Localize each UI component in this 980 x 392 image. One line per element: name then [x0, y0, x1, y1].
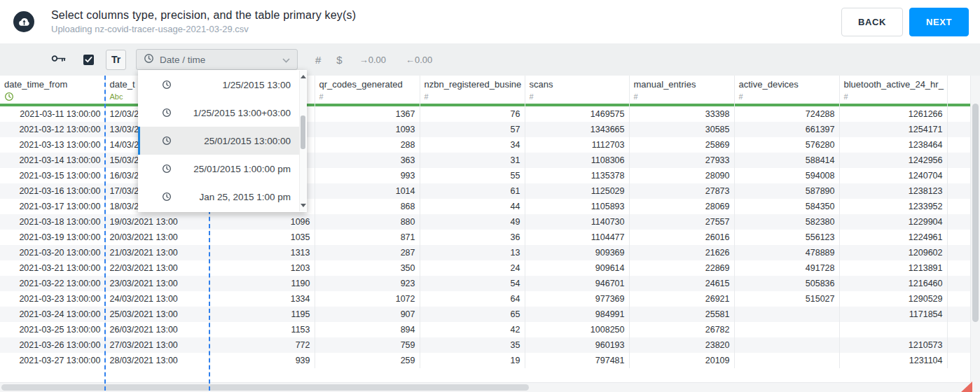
- table-cell: 25581: [629, 307, 734, 322]
- include-column-checkbox[interactable]: [83, 55, 94, 65]
- table-cell: 1093: [315, 122, 420, 137]
- table-cell: 1125029: [525, 183, 629, 199]
- column-header[interactable]: active_devices#: [734, 76, 839, 106]
- table-cell: 909614: [525, 260, 629, 276]
- scroll-up-icon[interactable]: [301, 75, 306, 78]
- vertical-scroll-thumb[interactable]: [972, 104, 979, 322]
- column-header[interactable]: qr_codes_generated#: [315, 76, 420, 106]
- table-cell: 21/03/2021 13:00: [105, 245, 209, 260]
- table-cell: 1104477: [525, 230, 629, 245]
- table-cell: 55: [420, 168, 525, 183]
- table-cell: 2021-03-22 13:00:00: [0, 276, 105, 291]
- type-select-dropdown[interactable]: Date / time: [136, 49, 298, 70]
- clock-icon: [162, 108, 172, 118]
- table-cell: 42: [420, 322, 525, 337]
- table-cell: 2021-03-26 13:00:00: [0, 337, 105, 353]
- table-cell: 515027: [734, 291, 839, 307]
- table-cell: 24/03/2021 13:00: [105, 291, 209, 307]
- column-name: nzbn_registered_busine: [425, 79, 520, 90]
- table-cell: 21626: [629, 245, 734, 260]
- table-row: 2021-03-19 13:00:0020/03/2021 13:0010358…: [0, 230, 980, 245]
- horizontal-scroll-thumb[interactable]: [1, 384, 529, 391]
- grid-area: date_time_fromdate_tAbcqr_codes_generate…: [0, 76, 980, 392]
- column-header[interactable]: manual_entries#: [629, 76, 734, 106]
- table-cell: 1035: [209, 230, 315, 245]
- upload-cloud-icon: [13, 11, 34, 32]
- table-cell: 23820: [629, 337, 734, 353]
- quality-bar: [525, 104, 629, 106]
- table-cell: 880: [315, 214, 420, 230]
- table-cell: 1231104: [839, 353, 947, 368]
- table-cell: 556123: [734, 230, 839, 245]
- key-icon: [51, 54, 66, 65]
- column-header[interactable]: bluetooth_active_24_hr_#: [839, 76, 947, 106]
- table-cell: 61: [420, 183, 525, 199]
- scroll-down-icon[interactable]: [301, 204, 306, 207]
- table-cell: 19/03/2021 13:00: [105, 214, 209, 230]
- table-cell: 1240704: [839, 168, 947, 183]
- format-option[interactable]: 25/01/2015 1:00:00 pm: [138, 155, 299, 183]
- column-header[interactable]: date_time_from: [0, 76, 105, 106]
- table-cell: 1014: [315, 183, 420, 199]
- table-cell: 946701: [525, 276, 629, 291]
- next-button[interactable]: NEXT: [909, 8, 969, 36]
- format-option[interactable]: 1/25/2015 13:00+03:00: [138, 99, 299, 127]
- table-row: 2021-03-25 13:00:0026/03/2021 13:0011538…: [0, 322, 980, 337]
- table-cell: 26/03/2021 13:00: [105, 322, 209, 337]
- primary-key-button[interactable]: [51, 54, 66, 65]
- table-cell: 44: [420, 199, 525, 214]
- table-cell: [734, 353, 839, 368]
- table-cell: 907: [315, 307, 420, 322]
- type-select-value: Date / time: [160, 55, 205, 65]
- number-type-button[interactable]: #: [315, 54, 321, 66]
- table-cell: 772: [209, 337, 315, 353]
- menu-scrollbar[interactable]: [299, 71, 306, 211]
- column-header[interactable]: scans#: [525, 76, 629, 106]
- table-cell: 28/03/2021 13:00: [105, 353, 209, 368]
- table-cell: [839, 322, 947, 337]
- table-cell: 1238464: [839, 137, 947, 153]
- horizontal-scrollbar[interactable]: [0, 382, 970, 392]
- table-cell: 582380: [734, 214, 839, 230]
- table-cell: 977369: [525, 291, 629, 307]
- format-option[interactable]: 1/25/2015 13:00: [138, 71, 299, 99]
- format-option[interactable]: 25/01/2015 13:00:00: [138, 127, 299, 155]
- format-option[interactable]: Jan 25, 2015 1:00 pm: [138, 183, 299, 211]
- table-cell: 33398: [629, 106, 734, 122]
- back-button[interactable]: BACK: [841, 8, 903, 36]
- table-cell: 30585: [629, 122, 734, 137]
- table-cell: 587890: [734, 183, 839, 199]
- top-header: Select columns type, precision, and the …: [0, 0, 980, 43]
- table-cell: 28090: [629, 168, 734, 183]
- table-cell: 1105893: [525, 199, 629, 214]
- table-cell: 2021-03-24 13:00:00: [0, 307, 105, 322]
- table-cell: 1108306: [525, 153, 629, 168]
- format-option-label: 25/01/2015 1:00:00 pm: [193, 164, 291, 174]
- table-cell: 35: [420, 337, 525, 353]
- table-cell: 1216460: [839, 276, 947, 291]
- table-cell: 1171854: [839, 307, 947, 322]
- table-cell: 1261266: [839, 106, 947, 122]
- table-cell: 2021-03-25 13:00:00: [0, 322, 105, 337]
- table-cell: 25/03/2021 13:00: [105, 307, 209, 322]
- table-cell: 363: [315, 153, 420, 168]
- increase-decimal-button[interactable]: →0.00: [359, 55, 386, 65]
- table-cell: 26016: [629, 230, 734, 245]
- text-type-button[interactable]: Tr: [106, 50, 126, 70]
- table-cell: 64: [420, 291, 525, 307]
- column-header[interactable]: nzbn_registered_busine#: [420, 76, 525, 106]
- decrease-decimal-button[interactable]: ←0.00: [406, 55, 432, 65]
- table-cell: 27873: [629, 183, 734, 199]
- menu-scroll-thumb[interactable]: [301, 115, 305, 149]
- table-cell: 909369: [525, 245, 629, 260]
- vertical-scrollbar[interactable]: [970, 76, 980, 382]
- table-cell: 26921: [629, 291, 734, 307]
- table-cell: 27/03/2021 13:00: [105, 337, 209, 353]
- table-row: 2021-03-26 13:00:0027/03/2021 13:0077275…: [0, 337, 980, 353]
- table-cell: 1224961: [839, 230, 947, 245]
- table-cell: 1112703: [525, 137, 629, 153]
- currency-type-button[interactable]: $: [336, 54, 342, 66]
- table-cell: 54: [420, 276, 525, 291]
- format-option-label: 25/01/2015 13:00:00: [204, 136, 291, 146]
- clock-icon: [144, 53, 154, 66]
